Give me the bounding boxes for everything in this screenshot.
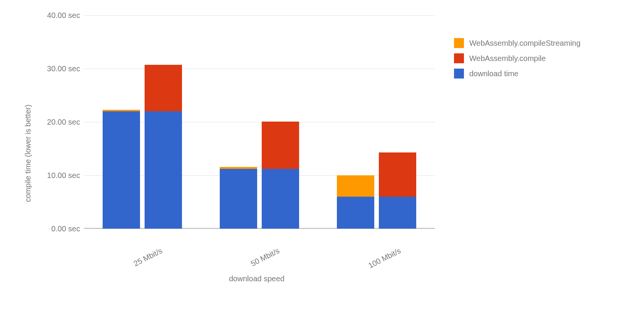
chart-container: compile time (lower is better) 0.00 sec1…	[15, 8, 626, 305]
legend: WebAssembly.compileStreamingWebAssembly.…	[454, 38, 581, 84]
legend-swatch	[454, 53, 464, 63]
x-tick-label: 50 Mbit/s	[250, 246, 281, 268]
plot-area: 0.00 sec10.00 sec20.00 sec30.00 sec40.00…	[84, 15, 435, 229]
gridline	[84, 15, 435, 16]
bar-segment	[103, 110, 140, 111]
legend-item: download time	[454, 69, 581, 79]
gridline	[84, 69, 435, 69]
legend-swatch	[454, 38, 464, 48]
y-tick-label: 0.00 sec	[51, 224, 80, 233]
bar-segment	[337, 175, 374, 197]
bar-segment	[337, 197, 374, 229]
x-tick-label: 100 Mbit/s	[367, 246, 402, 270]
y-tick-label: 40.00 sec	[47, 11, 80, 20]
bar-segment	[145, 65, 182, 111]
y-tick-label: 10.00 sec	[47, 171, 80, 180]
legend-item: WebAssembly.compileStreaming	[454, 38, 581, 48]
bar-segment	[145, 111, 182, 229]
gridline	[84, 229, 435, 229]
bar-segment	[220, 167, 257, 169]
bar-segment	[379, 152, 416, 197]
legend-swatch	[454, 69, 464, 79]
bar-segment	[262, 122, 299, 169]
bar-segment	[103, 111, 140, 229]
legend-label: WebAssembly.compile	[469, 54, 546, 63]
legend-label: download time	[469, 69, 518, 78]
y-tick-label: 20.00 sec	[47, 118, 80, 127]
bar-segment	[379, 197, 416, 229]
legend-item: WebAssembly.compile	[454, 53, 581, 63]
y-axis-label: compile time (lower is better)	[24, 104, 32, 202]
legend-label: WebAssembly.compileStreaming	[469, 39, 581, 48]
bar-segment	[262, 169, 299, 229]
bar-segment	[220, 169, 257, 229]
x-tick-label: 25 Mbit/s	[132, 246, 164, 268]
x-axis-label: download speed	[229, 274, 285, 283]
y-tick-label: 30.00 sec	[47, 64, 80, 73]
